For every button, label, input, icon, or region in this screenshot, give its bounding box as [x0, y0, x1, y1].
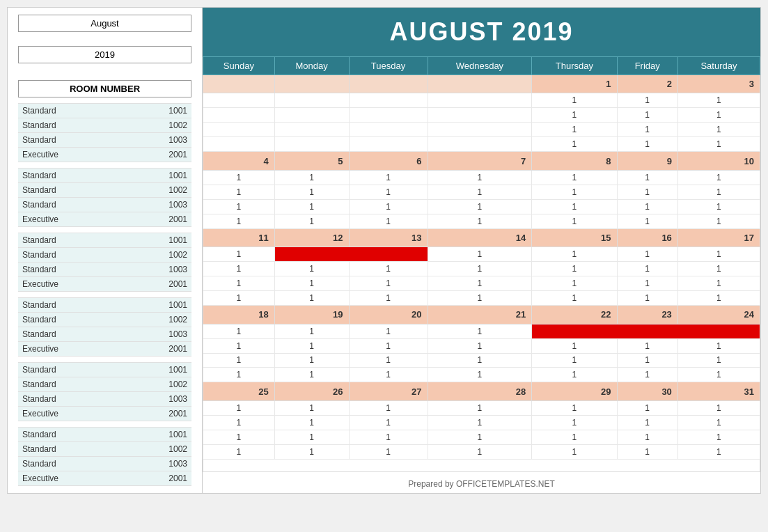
- data-row-w4-r3: 1 1 1 1 1 1 1: [203, 353, 760, 368]
- day-header-row: Sunday Monday Tuesday Wednesday Thursday…: [203, 57, 760, 75]
- th-monday: Monday: [274, 57, 349, 75]
- room-row: Standard 1002: [18, 377, 191, 392]
- room-row: Executive 2001: [18, 277, 191, 292]
- data-row-w1-r4: 1 1 1: [203, 137, 760, 152]
- room-row: Executive 2001: [18, 471, 191, 486]
- room-row: Standard 1001: [18, 233, 191, 248]
- footer-row: [203, 460, 760, 472]
- data-row-w2-r2: 1 1 1 1 1 1 1: [203, 185, 760, 199]
- data-row-w5-r4: 1 1 1 1 1 1 1: [203, 444, 760, 459]
- room-row: Executive 2001: [18, 212, 191, 227]
- data-row-w3-r2: 1 1 1 1 1 1 1: [203, 262, 760, 276]
- week-row-5: 25 26 27 28 29 30 31: [203, 382, 760, 400]
- data-row-w5-r3: 1 1 1 1 1 1 1: [203, 430, 760, 444]
- room-group-5: Standard 1001 Standard 1002 Standard 100…: [18, 362, 191, 421]
- right-panel: AUGUST 2019 Sunday Monday Tuesday Wednes…: [203, 8, 760, 493]
- room-row: Standard 1002: [18, 442, 191, 457]
- th-sunday: Sunday: [203, 57, 275, 75]
- year-input[interactable]: [18, 46, 191, 63]
- room-row: Standard 1003: [18, 392, 191, 407]
- data-row-w5-r2: 1 1 1 1 1 1 1: [203, 415, 760, 430]
- th-saturday: Saturday: [677, 57, 760, 75]
- data-row-w1-r3: 1 1 1: [203, 123, 760, 137]
- data-row-w4-r4: 1 1 1 1 1 1 1: [203, 368, 760, 382]
- room-row: Standard 1001: [18, 103, 191, 118]
- red-booking-2: [532, 324, 760, 338]
- room-row: Standard 1003: [18, 263, 191, 277]
- data-row-w4-r1: 1 1 1 1: [203, 324, 760, 338]
- calendar-table: Sunday Monday Tuesday Wednesday Thursday…: [203, 56, 760, 472]
- room-row: Standard 1002: [18, 313, 191, 327]
- room-group-6: Standard 1001 Standard 1002 Standard 100…: [18, 427, 191, 486]
- left-panel: ROOM NUMBER Standard 1001 Standard 1002 …: [8, 8, 203, 493]
- room-group-4: Standard 1001 Standard 1002 Standard 100…: [18, 297, 191, 357]
- room-number-header: ROOM NUMBER: [18, 80, 191, 97]
- room-group-1: Standard 1001 Standard 1002 Standard 100…: [18, 103, 191, 162]
- th-tuesday: Tuesday: [349, 57, 428, 75]
- room-row: Standard 1003: [18, 457, 191, 471]
- th-thursday: Thursday: [532, 57, 617, 75]
- room-row: Standard 1001: [18, 297, 191, 313]
- data-row-w1-r1: 1 1 1: [203, 93, 760, 108]
- room-row: Standard 1001: [18, 168, 191, 183]
- room-row: Standard 1003: [18, 327, 191, 342]
- main-container: ROOM NUMBER Standard 1001 Standard 1002 …: [7, 7, 761, 494]
- data-row-w1-r2: 1 1 1: [203, 108, 760, 123]
- room-row: Executive 2001: [18, 407, 191, 421]
- room-row: Standard 1001: [18, 362, 191, 377]
- th-friday: Friday: [617, 57, 677, 75]
- room-group-3: Standard 1001 Standard 1002 Standard 100…: [18, 233, 191, 292]
- th-wednesday: Wednesday: [428, 57, 532, 75]
- room-row: Standard 1003: [18, 133, 191, 148]
- week-row-3: 11 12 13 14 15 16 17: [203, 228, 760, 247]
- week-row-4: 18 19 20 21 22 23 24: [203, 306, 760, 324]
- calendar-title: AUGUST 2019: [203, 8, 760, 56]
- room-row: Standard 1001: [18, 427, 191, 442]
- data-row-w3-r4: 1 1 1 1 1 1 1: [203, 291, 760, 306]
- data-row-w2-r1: 1 1 1 1 1 1 1: [203, 170, 760, 185]
- data-row-w2-r3: 1 1 1 1 1 1 1: [203, 199, 760, 214]
- red-booking-1: [274, 247, 428, 262]
- week-row-1: 1 2 3: [203, 75, 760, 93]
- room-row: Executive 2001: [18, 148, 191, 162]
- week-row-2: 4 5 6 7 8 9 10: [203, 152, 760, 170]
- data-row-w5-r1: 1 1 1 1 1 1 1: [203, 400, 760, 415]
- room-row: Standard 1002: [18, 248, 191, 263]
- data-row-w4-r2: 1 1 1 1 1 1 1: [203, 338, 760, 353]
- room-row: Standard 1003: [18, 198, 191, 212]
- month-input[interactable]: [18, 15, 191, 32]
- room-row: Standard 1002: [18, 183, 191, 198]
- room-row: Executive 2001: [18, 342, 191, 357]
- data-row-w2-r4: 1 1 1 1 1 1 1: [203, 214, 760, 228]
- data-row-w3-r1: 1 1 1 1 1: [203, 247, 760, 262]
- prepared-by: Prepared by OFFICETEMPLATES.NET: [203, 472, 760, 493]
- data-row-w3-r3: 1 1 1 1 1 1 1: [203, 276, 760, 291]
- room-group-2: Standard 1001 Standard 1002 Standard 100…: [18, 168, 191, 227]
- room-row: Standard 1002: [18, 118, 191, 133]
